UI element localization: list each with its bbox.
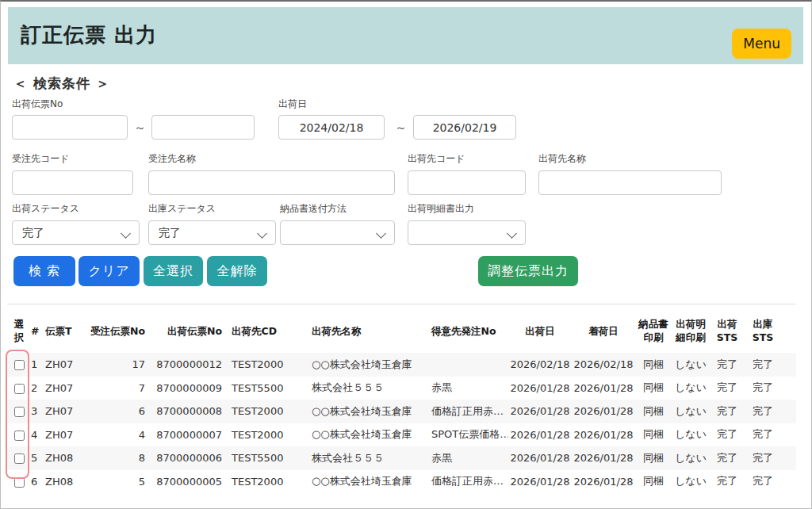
cell-row-number: 4: [31, 429, 45, 441]
cell-shukka-denpyo-no: 8700000008: [150, 405, 227, 417]
cell-shukka-sts: 完了: [710, 451, 745, 465]
cell-denpyo-t: ZH07: [45, 405, 86, 417]
table-row: 3ZH0768700000008TEST2000○○株式会社埼玉倉庫価格訂正用赤…: [7, 400, 796, 423]
cell-row-number: 3: [31, 405, 45, 417]
cell-shukka-date: 2026/01/28: [508, 382, 572, 394]
outbound-status-value: 完了: [159, 226, 181, 240]
cell-juchu-denpyo-no: 8: [86, 452, 150, 464]
adjust-slip-output-button[interactable]: 調整伝票出力: [478, 256, 578, 286]
outbound-status-select[interactable]: 完了: [148, 220, 276, 245]
correction-slip-output-page: 訂正伝票 出力 Menu ＜ 検索条件 ＞ 出荷伝票No ～ 出荷日 ～ 受注先…: [0, 0, 812, 509]
chevron-down-icon: [376, 228, 386, 239]
cell-shukka-denpyo-no: 8700000012: [150, 358, 227, 370]
row-select-checkbox[interactable]: [14, 477, 25, 488]
cell-shukkasaki-name: ○○株式会社埼玉倉庫: [306, 427, 425, 442]
cell-juchu-denpyo-no: 6: [86, 405, 150, 417]
cell-shukka-date: 2026/01/28: [508, 405, 572, 417]
cell-nohinsho-insatsu: 同梱: [635, 451, 672, 465]
row-select-checkbox[interactable]: [14, 407, 25, 417]
cell-chakka-date: 2026/02/18: [572, 358, 635, 370]
cell-shukka-denpyo-no: 8700000009: [150, 382, 227, 394]
cell-juchu-denpyo-no: 7: [86, 382, 150, 394]
cell-meisai-insatsu: しない: [672, 427, 710, 442]
section-divider: [7, 304, 795, 304]
cell-row-number: 6: [31, 476, 45, 488]
ship-to-code-input[interactable]: [408, 170, 526, 195]
ship-to-code-label: 出荷先コード: [408, 152, 465, 166]
row-select-checkbox[interactable]: [14, 431, 25, 441]
cell-denpyo-t: ZH08: [45, 476, 86, 488]
cell-shukkasaki-name: ○○株式会社埼玉倉庫: [306, 404, 425, 419]
col-header-shukka-sts: 出荷 STS: [710, 318, 745, 345]
col-header-nohinsho-insatsu: 納品書 印刷: [635, 318, 672, 345]
col-header-row-number: #: [31, 325, 45, 339]
cell-shukka-date: 2026/01/28: [508, 429, 572, 441]
cell-tokuisaki-hatchu-no: SPOT伝票価格…: [425, 427, 508, 442]
search-section-title: ＜ 検索条件 ＞: [13, 75, 110, 93]
shipping-slip-no-from-input[interactable]: [12, 115, 128, 140]
cell-shukka-sts: 完了: [710, 404, 745, 419]
menu-button[interactable]: Menu: [732, 29, 791, 59]
cell-chakka-date: 2026/01/28: [572, 476, 635, 488]
cell-chakka-date: 2026/01/28: [572, 452, 635, 464]
shipping-date-to-input[interactable]: [413, 115, 516, 140]
col-header-shukka-denpyo-no: 出荷伝票No: [150, 325, 227, 339]
col-header-meisai-insatsu: 出荷明 細印刷: [672, 318, 710, 345]
shipping-detail-output-label: 出荷明細書出力: [408, 202, 474, 216]
shipping-detail-output-select[interactable]: [408, 220, 526, 245]
cell-tokuisaki-hatchu-no: 価格訂正用赤…: [425, 474, 508, 488]
cell-shukkasaki-cd: TEST5500: [227, 452, 306, 464]
row-select-checkbox[interactable]: [14, 360, 25, 370]
cell-nohinsho-insatsu: 同梱: [635, 404, 672, 419]
col-header-juchu-denpyo-no: 受注伝票No: [86, 325, 150, 339]
cell-shukka-sts: 完了: [710, 358, 745, 372]
cell-shukka-denpyo-no: 8700000006: [150, 452, 227, 464]
orderer-code-input[interactable]: [12, 170, 133, 195]
tilde-separator: ～: [134, 121, 146, 136]
delivery-note-method-select[interactable]: [280, 220, 395, 245]
cell-shukkasaki-cd: TEST5500: [227, 382, 306, 394]
cell-shukko-sts: 完了: [745, 427, 781, 442]
cell-juchu-denpyo-no: 17: [86, 358, 150, 370]
delivery-note-method-label: 納品書送付方法: [280, 202, 347, 216]
tilde-separator: ～: [395, 121, 407, 136]
table-row: 5ZH0888700000006TEST5500株式会社５５５赤黒2026/01…: [7, 446, 796, 470]
cell-denpyo-t: ZH07: [45, 429, 86, 441]
ship-to-name-label: 出荷先名称: [538, 152, 586, 166]
shipping-slip-no-to-input[interactable]: [151, 115, 255, 140]
table-row: 1ZH07178700000012TEST2000○○株式会社埼玉倉庫2026/…: [7, 353, 796, 377]
cell-juchu-denpyo-no: 5: [86, 476, 150, 488]
cell-shukko-sts: 完了: [745, 404, 781, 419]
cell-shukka-sts: 完了: [710, 427, 745, 442]
shipping-date-from-input[interactable]: [278, 115, 385, 140]
cell-denpyo-t: ZH07: [45, 382, 86, 394]
cell-shukkasaki-cd: TEST2000: [227, 429, 306, 441]
cell-row-number: 1: [31, 358, 45, 370]
cell-shukka-sts: 完了: [710, 474, 745, 488]
row-select-checkbox[interactable]: [14, 454, 25, 464]
page-title: 訂正伝票 出力: [21, 21, 157, 49]
col-header-shukka-date: 出荷日: [508, 325, 572, 339]
cell-shukkasaki-name: 株式会社５５５: [306, 451, 425, 465]
cell-tokuisaki-hatchu-no: 赤黒: [425, 381, 508, 395]
chevron-down-icon: [507, 228, 517, 239]
cell-chakka-date: 2026/01/28: [572, 429, 635, 441]
table-header: 選 択 # 伝票T 受注伝票No 出荷伝票No 出荷先CD 出荷先名称 得意先発…: [7, 312, 796, 351]
cell-shukko-sts: 完了: [745, 358, 781, 372]
table-row: 6ZH0858700000005TEST2000○○株式会社埼玉倉庫価格訂正用赤…: [7, 470, 796, 494]
search-button[interactable]: 検 索: [13, 256, 75, 286]
select-all-button[interactable]: 全選択: [144, 256, 203, 286]
cell-juchu-denpyo-no: 4: [86, 429, 150, 441]
cell-shukka-date: 2026/01/28: [508, 476, 572, 488]
row-select-checkbox[interactable]: [14, 384, 25, 394]
shipping-status-select[interactable]: 完了: [12, 220, 140, 245]
shipping-status-value: 完了: [22, 226, 44, 240]
deselect-all-button[interactable]: 全解除: [207, 256, 267, 286]
orderer-name-input[interactable]: [148, 170, 395, 195]
cell-chakka-date: 2026/01/28: [572, 405, 635, 417]
chevron-down-icon: [257, 228, 267, 239]
ship-to-name-input[interactable]: [538, 170, 722, 195]
clear-button[interactable]: クリア: [79, 256, 140, 286]
shipping-slip-no-label: 出荷伝票No: [12, 98, 63, 111]
cell-tokuisaki-hatchu-no: 価格訂正用赤…: [425, 404, 508, 419]
